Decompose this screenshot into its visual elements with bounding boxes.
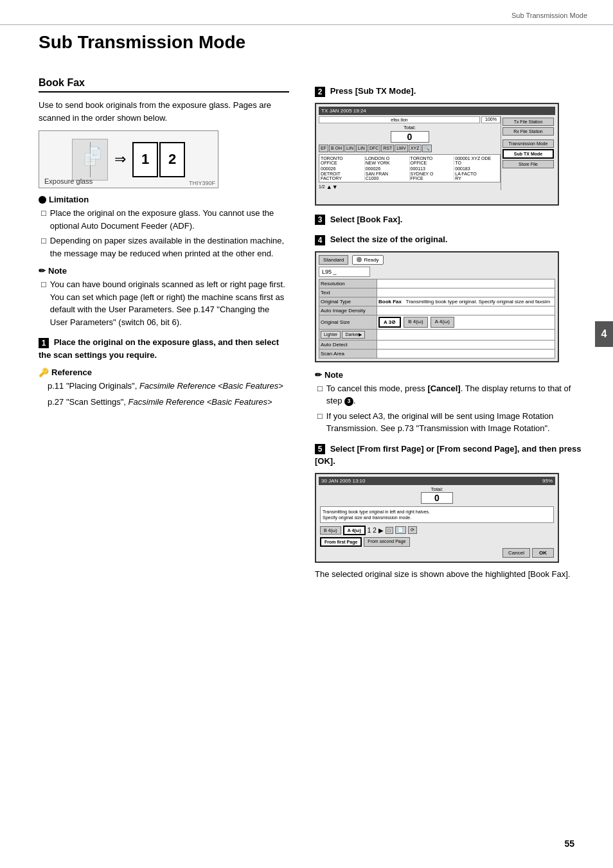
note-item-1: You can have bound originals scanned as … [39, 278, 289, 328]
step-2-number: 2 [315, 87, 325, 97]
step-4-number: 4 [315, 235, 325, 245]
page-box-1: 1 [132, 142, 158, 177]
input-display: L95 _ [319, 267, 370, 277]
from-second-page-btn[interactable]: From second Page [364, 537, 409, 547]
note2-item-1: To cancel this mode, press [Cancel]. The… [315, 382, 585, 407]
step5-b4-btn[interactable]: B 4(ω) [320, 526, 341, 535]
step5-a4-btn[interactable]: A 4(ω) [343, 526, 366, 535]
limitation-icon [39, 196, 46, 204]
chapter-tab: 4 [595, 321, 613, 347]
row-original-size: Original Size A 3⊘ B 4(ω) A 4(ω) [319, 315, 555, 329]
step-5-header: 5 Select [From first Page] or [From seco… [315, 443, 585, 468]
ok-btn[interactable]: OK [532, 548, 554, 558]
step-4-header: 4 Select the size of the original. [315, 233, 585, 246]
step-2-header: 2 Press [Sub TX Mode]. [315, 85, 585, 98]
page-box-2: 2 [159, 142, 185, 177]
step5-top-bar: 30 JAN 2005 13:10 95% [319, 477, 555, 485]
row-auto-detect: Auto Detect [319, 340, 555, 349]
row-lighter-darker: Lighter Darker▶ [319, 329, 555, 340]
rx-file-station-btn[interactable]: Rx File Station [502, 127, 554, 136]
note-title: ✏ Note [39, 266, 289, 276]
size-a3-btn[interactable]: A 3⊘ [378, 317, 401, 328]
from-first-page-btn[interactable]: From first Page [320, 537, 362, 547]
step-3-header: 3 Select [Book Fax]. [315, 213, 585, 226]
diagram-label: Exposure glass [44, 177, 93, 185]
cancel-btn[interactable]: Cancel [502, 548, 530, 558]
step2-screen: TX JAN 2005 19:24 efax.tion 100% Total: … [315, 103, 559, 206]
ref-item-1: p.11 "Placing Originals", Facsimile Refe… [39, 380, 289, 393]
page-title: Sub Transmission Mode [39, 32, 245, 53]
header-section-label: Sub Transmission Mode [511, 12, 587, 19]
sub-tx-mode-btn[interactable]: Sub TX Mode [502, 149, 554, 159]
step-2-block: 2 Press [Sub TX Mode]. TX JAN 2005 19:24… [315, 85, 585, 206]
limitation-title: Limitation [39, 195, 289, 204]
arrow-icon: ⇒ [114, 151, 126, 168]
step-1-number: 1 [39, 338, 49, 348]
intro-text: Use to send book originals from the expo… [39, 99, 289, 124]
diagram-code: THIY390F [189, 180, 215, 186]
step4-screen: Standard Ready L95 _ Resolution Text [315, 251, 559, 362]
ready-display: Ready [352, 255, 383, 265]
screen-top-bar: TX JAN 2005 19:24 [319, 107, 555, 115]
exposure-glass-diagram: 📄 📄 ⇒ 1 2 Exposure glass THIY390F [39, 130, 218, 188]
note2-title: ✏ Note [315, 370, 585, 380]
standard-btn[interactable]: Standard [319, 255, 348, 265]
row-text: Text [319, 288, 555, 297]
step-4-block: 4 Select the size of the original. Stand… [315, 233, 585, 362]
row-resolution: Resolution [319, 279, 555, 288]
step-5-number: 5 [315, 444, 325, 454]
limitation-block: Limitation Place the original on the exp… [39, 195, 289, 260]
page-header: Sub Transmission Mode [511, 12, 587, 19]
step-1-block: 1 Place the original on the exposure gla… [39, 336, 289, 409]
step-3-block: 3 Select [Book Fax]. [315, 213, 585, 226]
section-heading-book-fax: Book Fax [39, 77, 289, 93]
row-scan-area: Scan Area [319, 349, 555, 358]
step5-screen: 30 JAN 2005 13:10 95% Total: 0 Transmitt… [315, 473, 559, 563]
reference-block: 🔑 Reference p.11 "Placing Originals", Fa… [39, 368, 289, 409]
lighter-btn[interactable]: Lighter [321, 331, 341, 339]
store-file-btn[interactable]: Store File [502, 160, 554, 168]
ref-item-2: p.27 "Scan Settings", Facsimile Referenc… [39, 396, 289, 409]
pencil-icon: ✏ [39, 266, 46, 276]
tx-file-station-btn1[interactable]: Tx File Station [502, 118, 554, 126]
step-1-header: 1 Place the original on the exposure gla… [39, 336, 289, 361]
step-3-number: 3 [315, 215, 325, 225]
pencil-icon-2: ✏ [315, 370, 322, 380]
note2-item-2: If you select A3, the original will be s… [315, 410, 585, 435]
page-number: 55 [564, 838, 574, 849]
row-original-type: Original Type Book Fax Transmitting book… [319, 297, 555, 306]
diagram-inner: 📄 📄 ⇒ 1 2 [72, 139, 185, 181]
row-auto-image: Auto Image Density [319, 306, 555, 315]
darker-btn[interactable]: Darker▶ [342, 331, 365, 339]
right-column: 2 Press [Sub TX Mode]. TX JAN 2005 19:24… [315, 77, 585, 588]
top-rule [0, 24, 613, 25]
step-5-block: 5 Select [From first Page] or [From seco… [315, 443, 585, 581]
screen-body: efax.tion 100% Total: 0 EF B OH LIN LIN … [319, 116, 555, 190]
limitation-item-2: Depending on paper sizes available in th… [39, 235, 289, 260]
book-icon: 📄 📄 [72, 139, 108, 181]
note2-block: ✏ Note To cancel this mode, press [Cance… [315, 370, 585, 435]
page-boxes: 1 2 [132, 142, 185, 177]
size-a4-btn[interactable]: A 4(ω) [431, 317, 454, 328]
reference-title: 🔑 Reference [39, 368, 289, 377]
note-block: ✏ Note You can have bound originals scan… [39, 266, 289, 328]
left-column: Book Fax Use to send book originals from… [39, 77, 289, 417]
transmission-mode-btn[interactable]: Transmission Mode [502, 139, 554, 148]
key-icon: 🔑 [39, 368, 49, 377]
conclusion-text: The selected original size is shown abov… [315, 568, 585, 581]
ready-dot [357, 257, 362, 262]
size-b4-btn[interactable]: B 4(ω) [404, 317, 428, 328]
limitation-item-1: Place the original on the exposure glass… [39, 207, 289, 232]
